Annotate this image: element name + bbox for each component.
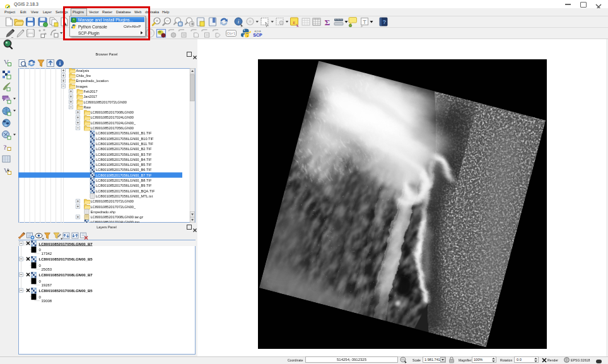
svg-text:LC80010852017008LGN00.tar.gz: LC80010852017008LGN00.tar.gz [91,215,144,219]
svg-text:LC80010852017056LGN00_B5.TIF: LC80010852017056LGN00_B5.TIF [96,163,152,167]
svg-text:Analysis: Analysis [76,69,90,73]
svg-text:19267: 19267 [42,283,52,287]
svg-text:LC80010852017056LGN00_B1.TIF: LC80010852017056LGN00_B1.TIF [96,131,152,135]
svg-text:LC80010852017056LGN00_B10.TIF: LC80010852017056LGN00_B10.TIF [96,137,154,141]
svg-text:25053: 25053 [42,267,52,271]
svg-text:LC80010852017072LGN00_: LC80010852017072LGN00_ [91,205,136,209]
svg-text:LC80010852017056LGN00: LC80010852017056LGN00 [91,126,134,130]
svg-text:LC80010852017056LGN00_B8.TIF: LC80010852017056LGN00_B8.TIF [96,179,152,182]
svg-text:0: 0 [39,264,42,267]
svg-text:Ctrl: Ctrl [227,32,235,36]
svg-text:LC80010852017056LGN00_B11.TIF: LC80010852017056LGN00_B11.TIF [96,142,154,146]
svg-text:LC80010852017072LGN00: LC80010852017072LGN00 [84,100,127,104]
svg-text:0: 0 [39,295,42,299]
svg-text:LC80010852017056LGN00_B9.TIF: LC80010852017056LGN00_B9.TIF [96,184,152,187]
svg-text:LC80010852017024LGN00_: LC80010852017024LGN00_ [91,121,136,125]
svg-text:LC80010852017056LGN00_B4.TIF: LC80010852017056LGN00_B4.TIF [96,158,152,161]
svg-text:LC80010852017008LGN00_B5: LC80010852017008LGN00_B5 [39,289,93,293]
svg-text:LC80010852017008LGN00_B7: LC80010852017008LGN00_B7 [39,273,93,277]
svg-text:Images: Images [76,85,88,88]
svg-text:LC80010852017056LGN00_MTL.txt: LC80010852017056LGN00_MTL.txt [96,194,153,198]
svg-text:ε: ε [293,19,296,25]
svg-text:LC80010852017072LGN00: LC80010852017072LGN00 [91,199,134,203]
svg-text:LC80010852017024LGN00.jpg: LC80010852017024LGN00.jpg [91,220,139,223]
svg-text:17342: 17342 [42,252,52,255]
svg-text:LC80010852017056LGN00_B3.TIF: LC80010852017056LGN00_B3.TIF [96,153,152,156]
svg-text:LC80010852017056LGN00_B2.TIF: LC80010852017056LGN00_B2.TIF [96,147,152,151]
svg-text:Σ: Σ [325,18,330,27]
svg-text:Raw: Raw [84,105,91,109]
svg-text:?: ? [383,19,387,25]
svg-text:0: 0 [39,248,42,252]
svg-text:0: 0 [39,279,42,283]
svg-text:LC80010852017008LGN00: LC80010852017008LGN00 [91,110,134,114]
svg-text:LC80010852017056LGN00_B7.TIF: LC80010852017056LGN00_B7.TIF [96,173,152,177]
svg-text:SCP: SCP [253,33,262,37]
svg-text:LC80010852017056LGN00_B6.TIF: LC80010852017056LGN00_B6.TIF [96,168,152,172]
svg-text:LC80010852017056LGN00_B7: LC80010852017056LGN00_B7 [39,242,93,246]
svg-text:LC80010852017024LGN00: LC80010852017024LGN00 [91,115,134,119]
svg-text:Jan2017: Jan2017 [84,95,97,98]
svg-text:LC80010852017056LGN00_BQA.TIF: LC80010852017056LGN00_BQA.TIF [96,189,155,193]
svg-text:LC80010852017056LGN00_B5: LC80010852017056LGN00_B5 [39,257,93,261]
svg-text:Empedrado.shp: Empedrado.shp [91,210,116,214]
svg-text:?: ? [3,143,7,151]
svg-text:33008: 33008 [42,299,52,303]
svg-text:Feb2017: Feb2017 [84,90,98,93]
svg-text:Empedrado_location: Empedrado_location [76,79,108,83]
svg-text:Chile_fire: Chile_fire [76,74,91,78]
svg-text:T: T [363,19,366,25]
